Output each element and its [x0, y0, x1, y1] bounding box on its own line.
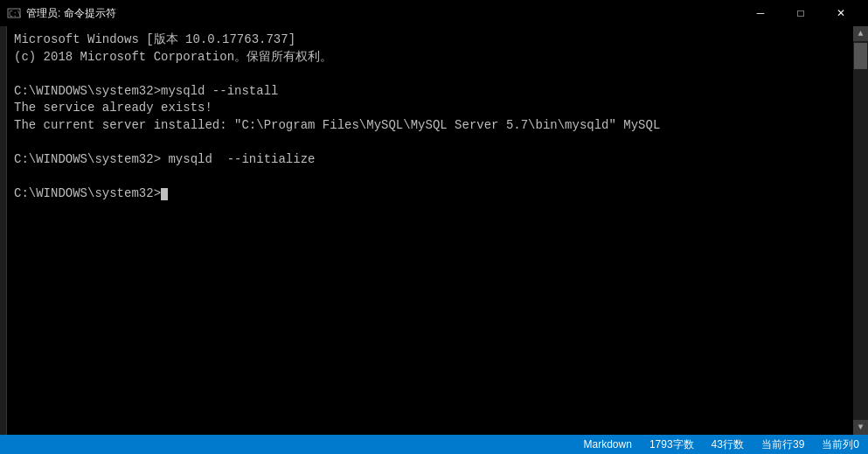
titlebar-title: 管理员: 命令提示符 [26, 6, 740, 21]
scroll-up-arrow[interactable]: ▲ [853, 26, 868, 41]
scrollbar[interactable]: ▲ ▼ [853, 26, 868, 435]
terminal-line [14, 169, 846, 186]
terminal-line: C:\WINDOWS\system32>mysqld --install [14, 83, 846, 101]
terminal-line: The current server installed: "C:\Progra… [14, 117, 846, 135]
terminal-line: (c) 2018 Microsoft Corporation。保留所有权利。 [14, 49, 846, 66]
titlebar: C:\ 管理员: 命令提示符 ─ □ ✕ [0, 0, 868, 26]
editor-sidebar [0, 26, 7, 435]
minimize-button[interactable]: ─ [740, 0, 781, 26]
line-count: 43行数 [712, 437, 744, 452]
terminal-line [14, 135, 846, 152]
scroll-down-arrow[interactable]: ▼ [853, 420, 868, 435]
scrollbar-track[interactable] [853, 41, 868, 420]
terminal-line [14, 66, 846, 83]
maximize-button[interactable]: □ [781, 0, 821, 26]
svg-text:C:\: C:\ [9, 10, 21, 18]
titlebar-controls: ─ □ ✕ [740, 0, 861, 26]
char-count: 1793字数 [649, 437, 694, 452]
statusbar: Markdown 1793字数 43行数 当前行39 当前列0 [0, 435, 868, 454]
scrollbar-thumb[interactable] [854, 43, 867, 69]
terminal-line: C:\WINDOWS\system32> [14, 185, 846, 203]
terminal-output[interactable]: Microsoft Windows [版本 10.0.17763.737](c)… [7, 26, 853, 435]
close-button[interactable]: ✕ [821, 0, 861, 26]
cursor-col: 当前列0 [822, 437, 859, 452]
terminal-wrapper: Microsoft Windows [版本 10.0.17763.737](c)… [0, 26, 868, 435]
terminal-cursor [161, 188, 168, 200]
terminal-line: C:\WINDOWS\system32> mysqld --initialize [14, 151, 846, 169]
language-indicator: Markdown [584, 438, 632, 451]
terminal-line: Microsoft Windows [版本 10.0.17763.737] [14, 31, 846, 49]
titlebar-icon: C:\ [7, 6, 21, 20]
cursor-line: 当前行39 [761, 437, 804, 452]
terminal-line: The service already exists! [14, 100, 846, 117]
